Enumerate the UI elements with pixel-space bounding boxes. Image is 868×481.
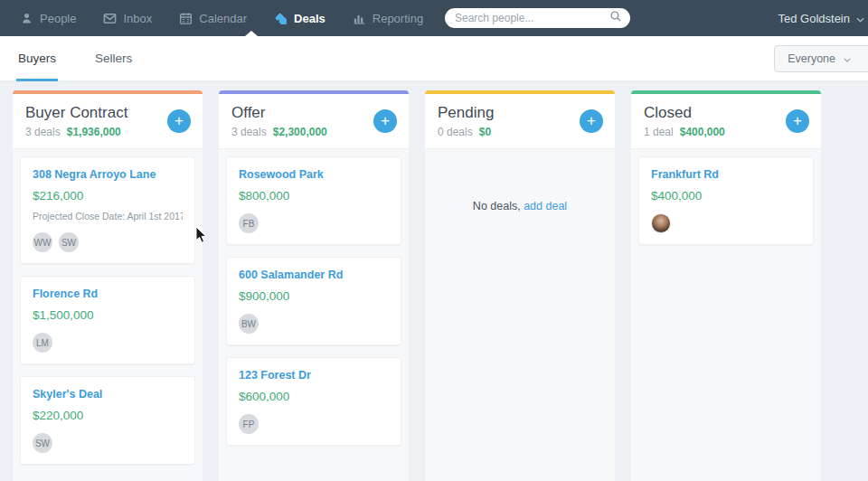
deal-card-amount: $800,000 <box>239 189 389 203</box>
deal-column: Closed1 deal$400,000+Frankfurt Rd$400,00… <box>631 90 821 481</box>
deal-card-amount: $220,000 <box>33 409 183 422</box>
column-total-value: $1,936,000 <box>67 126 121 138</box>
top-nav: People Inbox Calendar Deals Reporting <box>0 0 868 36</box>
column-deal-count: 1 deal <box>644 126 674 138</box>
column-title: Offer <box>231 104 396 122</box>
add-deal-button[interactable]: + <box>580 109 603 133</box>
column-meta: 3 deals$2,300,000 <box>231 126 396 138</box>
tab-label: Sellers <box>95 52 132 65</box>
calendar-icon <box>179 12 193 25</box>
column-title: Closed <box>644 104 808 122</box>
column-deal-count: 3 deals <box>25 126 61 138</box>
column-total-value: $0 <box>479 126 491 138</box>
column-total-value: $2,300,000 <box>273 126 327 138</box>
deal-card-avatars: BW <box>239 314 389 334</box>
deal-card-title: 123 Forest Dr <box>239 369 389 382</box>
deal-card-title: Frankfurt Rd <box>651 168 801 181</box>
nav-item-reporting[interactable]: Reporting <box>353 12 423 25</box>
empty-column-message: No deals, add deal <box>432 200 608 212</box>
column-header: Offer3 deals$2,300,000+ <box>219 94 409 149</box>
deals-tag-icon <box>274 12 288 25</box>
avatar-photo <box>651 213 671 233</box>
column-title: Buyer Contract <box>25 104 190 122</box>
column-title: Pending <box>438 104 602 122</box>
deal-card-amount: $600,000 <box>239 390 389 403</box>
deal-card-avatars: LM <box>33 333 183 353</box>
tab-buyers[interactable]: Buyers <box>18 36 56 81</box>
deal-card-avatars: WWSW <box>33 232 183 252</box>
nav-item-label: Deals <box>294 12 326 25</box>
deal-card-avatars <box>651 213 801 233</box>
column-meta: 0 deals$0 <box>438 126 602 138</box>
column-body: Frankfurt Rd$400,000 <box>631 149 821 481</box>
deal-card-title: Rosewood Park <box>239 168 389 181</box>
deal-column: Offer3 deals$2,300,000+Rosewood Park$800… <box>219 90 409 481</box>
nav-item-label: Calendar <box>199 12 247 25</box>
deal-card-title: Skyler's Deal <box>33 388 183 401</box>
deal-card[interactable]: 308 Negra Arroyo Lane$216,000Projected C… <box>20 156 195 264</box>
avatar-initials: BW <box>239 314 259 334</box>
user-menu[interactable]: Ted Goldstein <box>778 0 865 36</box>
deal-card[interactable]: Skyler's Deal$220,000SW <box>20 376 195 465</box>
avatar-initials: WW <box>33 232 52 252</box>
everyone-filter-button[interactable]: Everyone <box>774 45 868 72</box>
bar-chart-icon <box>353 12 366 25</box>
search-icon <box>609 10 622 26</box>
add-deal-button[interactable]: + <box>786 109 809 133</box>
deal-card-amount: $1,500,000 <box>33 308 183 322</box>
column-header: Pending0 deals$0+ <box>425 94 615 149</box>
avatar-initials: LM <box>33 333 52 353</box>
column-body: No deals, add deal <box>425 149 615 481</box>
column-meta: 1 deal$400,000 <box>644 126 808 138</box>
column-header: Buyer Contract3 deals$1,936,000+ <box>13 94 203 149</box>
nav-item-calendar[interactable]: Calendar <box>179 12 247 25</box>
add-deal-button[interactable]: + <box>167 109 191 133</box>
deal-card[interactable]: 123 Forest Dr$600,000FP <box>226 357 401 446</box>
deal-card-amount: $400,000 <box>651 189 801 203</box>
deal-card-amount: $216,000 <box>33 189 183 203</box>
deal-card-amount: $900,000 <box>239 289 389 303</box>
deal-card-title: 308 Negra Arroyo Lane <box>33 168 183 181</box>
nav-item-people[interactable]: People <box>20 12 76 25</box>
column-deal-count: 3 deals <box>231 126 267 138</box>
avatar-initials: SW <box>33 433 52 453</box>
people-icon <box>20 12 33 25</box>
deal-card-note: Projected Close Date: April 1st 2017 <box>33 211 183 222</box>
nav-item-label: Inbox <box>123 12 152 25</box>
add-deal-button[interactable]: + <box>373 109 397 133</box>
search-box[interactable] <box>445 8 630 28</box>
inbox-icon <box>103 12 117 25</box>
column-body: Rosewood Park$800,000FB600 Salamander Rd… <box>219 149 409 481</box>
deal-card[interactable]: Frankfurt Rd$400,000 <box>638 156 814 245</box>
pipeline-tabbar: Buyers Sellers Everyone <box>0 36 868 81</box>
tab-sellers[interactable]: Sellers <box>95 36 132 81</box>
deal-board: Buyer Contract3 deals$1,936,000+308 Negr… <box>0 81 868 481</box>
deal-column: Pending0 deals$0+No deals, add deal <box>425 90 615 481</box>
deal-card[interactable]: Rosewood Park$800,000FB <box>226 156 401 245</box>
avatar-initials: SW <box>59 232 79 252</box>
avatar-initials: FP <box>239 414 259 434</box>
avatar-initials: FB <box>239 213 259 233</box>
deal-card[interactable]: 600 Salamander Rd$900,000BW <box>226 257 401 345</box>
search-input[interactable] <box>455 12 609 24</box>
deal-card-avatars: FB <box>239 213 389 233</box>
filter-label: Everyone <box>788 52 835 65</box>
empty-text: No deals, <box>473 200 521 212</box>
deal-card-avatars: SW <box>33 433 183 453</box>
column-body: 308 Negra Arroyo Lane$216,000Projected C… <box>13 149 203 481</box>
nav-item-inbox[interactable]: Inbox <box>103 12 152 25</box>
deal-card-title: Florence Rd <box>33 288 183 300</box>
user-name: Ted Goldstein <box>778 12 851 25</box>
nav-item-deals[interactable]: Deals <box>274 12 326 25</box>
column-deal-count: 0 deals <box>438 126 473 138</box>
nav-item-label: People <box>40 12 76 25</box>
deal-column: Buyer Contract3 deals$1,936,000+308 Negr… <box>13 90 203 481</box>
nav-item-label: Reporting <box>373 12 423 25</box>
deal-card[interactable]: Florence Rd$1,500,000LM <box>20 276 195 364</box>
deal-card-avatars: FP <box>239 414 389 434</box>
column-meta: 3 deals$1,936,000 <box>25 126 190 138</box>
deal-card-title: 600 Salamander Rd <box>239 269 389 281</box>
tab-label: Buyers <box>18 52 56 65</box>
add-deal-link[interactable]: add deal <box>524 200 567 212</box>
column-header: Closed1 deal$400,000+ <box>631 94 821 149</box>
